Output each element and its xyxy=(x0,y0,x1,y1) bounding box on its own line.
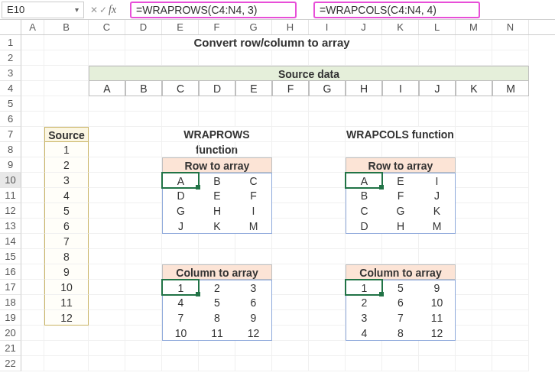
cell-K12[interactable]: G xyxy=(382,203,419,219)
fx-icon[interactable]: fx xyxy=(109,4,116,16)
cell-L19[interactable]: 11 xyxy=(419,310,456,326)
cell-K10[interactable]: E xyxy=(382,173,419,188)
cell-K15[interactable] xyxy=(382,249,419,264)
row-header-21[interactable]: 21 xyxy=(0,341,21,356)
cell-F4[interactable]: D xyxy=(199,81,235,96)
cell-I13[interactable] xyxy=(309,219,346,234)
cell-D4[interactable]: B xyxy=(125,81,162,96)
cell-A17[interactable] xyxy=(21,280,44,295)
cell-I20[interactable] xyxy=(309,326,346,341)
cell-I21[interactable] xyxy=(309,341,346,356)
col-header-J[interactable]: J xyxy=(346,20,382,34)
cell-F8[interactable] xyxy=(199,142,235,157)
cell-H8[interactable] xyxy=(272,142,309,157)
cell-E4[interactable]: C xyxy=(162,81,199,96)
cell-H12[interactable] xyxy=(272,203,309,219)
row-header-8[interactable]: 8 xyxy=(0,142,21,157)
cell-C3[interactable]: Source data xyxy=(89,66,529,81)
cell-B16[interactable]: 9 xyxy=(44,264,89,280)
cell-N5[interactable] xyxy=(492,96,529,112)
cell-D17[interactable] xyxy=(125,280,162,295)
row-header-9[interactable]: 9 xyxy=(0,157,21,173)
cell-G15[interactable] xyxy=(235,249,272,264)
cell-E12[interactable]: G xyxy=(162,203,199,219)
cell-F20[interactable]: 11 xyxy=(199,326,235,341)
cell-J20[interactable]: 4 xyxy=(346,326,382,341)
cell-C12[interactable] xyxy=(89,203,125,219)
cell-M22[interactable] xyxy=(456,356,492,371)
cell-C1[interactable] xyxy=(89,35,125,50)
cell-N19[interactable] xyxy=(492,310,529,326)
cell-D5[interactable] xyxy=(125,96,162,112)
cell-I17[interactable] xyxy=(309,280,346,295)
cell-G6[interactable] xyxy=(235,112,272,127)
formula-input[interactable]: =WRAPROWS(C4:N4, 3) =WRAPCOLS(C4:N4, 4) xyxy=(122,2,555,18)
cell-K2[interactable] xyxy=(382,50,419,66)
cell-J11[interactable]: B xyxy=(346,188,382,203)
row-header-20[interactable]: 20 xyxy=(0,326,21,341)
row-header-10[interactable]: 10 xyxy=(0,173,21,188)
cell-D14[interactable] xyxy=(125,234,162,249)
cell-A22[interactable] xyxy=(21,356,44,371)
row-header-3[interactable]: 3 xyxy=(0,66,21,81)
cell-D6[interactable] xyxy=(125,112,162,127)
cell-K6[interactable] xyxy=(382,112,419,127)
cell-L11[interactable]: J xyxy=(419,188,456,203)
cell-M1[interactable] xyxy=(456,35,492,50)
col-header-B[interactable]: B xyxy=(44,20,89,34)
cell-J16[interactable]: Column to array xyxy=(346,264,456,280)
cell-A1[interactable] xyxy=(21,35,44,50)
cell-F18[interactable]: 5 xyxy=(199,295,235,310)
cell-C10[interactable] xyxy=(89,173,125,188)
cell-C16[interactable] xyxy=(89,264,125,280)
cell-M14[interactable] xyxy=(456,234,492,249)
cell-G17[interactable]: 3 xyxy=(235,280,272,295)
col-header-M[interactable]: M xyxy=(456,20,492,34)
cell-J14[interactable] xyxy=(346,234,382,249)
cell-H19[interactable] xyxy=(272,310,309,326)
cell-B4[interactable] xyxy=(44,81,89,96)
cell-L12[interactable]: K xyxy=(419,203,456,219)
cell-F15[interactable] xyxy=(199,249,235,264)
cell-N15[interactable] xyxy=(492,249,529,264)
cell-H2[interactable] xyxy=(272,50,309,66)
cell-C22[interactable] xyxy=(89,356,125,371)
cell-B11[interactable]: 4 xyxy=(44,188,89,203)
cell-N9[interactable] xyxy=(492,157,529,173)
cell-L17[interactable]: 9 xyxy=(419,280,456,295)
cell-E11[interactable]: D xyxy=(162,188,199,203)
cell-E16[interactable]: Column to array xyxy=(162,264,272,280)
cell-M15[interactable] xyxy=(456,249,492,264)
cell-N6[interactable] xyxy=(492,112,529,127)
cell-I14[interactable] xyxy=(309,234,346,249)
cell-F5[interactable] xyxy=(199,96,235,112)
cell-E18[interactable]: 4 xyxy=(162,295,199,310)
cell-H13[interactable] xyxy=(272,219,309,234)
cell-H6[interactable] xyxy=(272,112,309,127)
cell-J19[interactable]: 3 xyxy=(346,310,382,326)
cell-J8[interactable] xyxy=(346,142,382,157)
cell-G19[interactable]: 9 xyxy=(235,310,272,326)
row-header-15[interactable]: 15 xyxy=(0,249,21,264)
cell-I11[interactable] xyxy=(309,188,346,203)
cell-L1[interactable] xyxy=(419,35,456,50)
cell-M8[interactable] xyxy=(456,142,492,157)
cell-I16[interactable] xyxy=(309,264,346,280)
cell-L14[interactable] xyxy=(419,234,456,249)
cell-N14[interactable] xyxy=(492,234,529,249)
col-header-N[interactable]: N xyxy=(492,20,529,34)
cell-D7[interactable] xyxy=(125,127,162,142)
cell-J7[interactable]: WRAPCOLS function xyxy=(346,127,456,142)
cell-F19[interactable]: 8 xyxy=(199,310,235,326)
cell-I4[interactable]: G xyxy=(309,81,346,96)
cell-I6[interactable] xyxy=(309,112,346,127)
col-header-A[interactable]: A xyxy=(21,20,44,34)
cell-D22[interactable] xyxy=(125,356,162,371)
cell-M21[interactable] xyxy=(456,341,492,356)
cell-J17[interactable]: 1 xyxy=(346,280,382,295)
cell-C7[interactable] xyxy=(89,127,125,142)
cell-N16[interactable] xyxy=(492,264,529,280)
row-header-1[interactable]: 1 xyxy=(0,35,21,50)
cell-K17[interactable]: 5 xyxy=(382,280,419,295)
col-header-K[interactable]: K xyxy=(382,20,419,34)
